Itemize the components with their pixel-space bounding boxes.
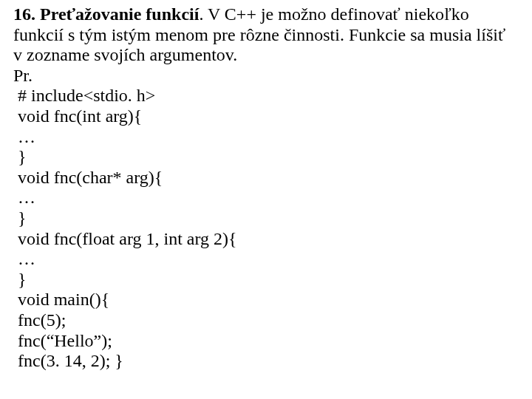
code-line: void fnc(char* arg){ xyxy=(13,168,519,188)
code-line: … xyxy=(13,127,519,148)
code-line: } xyxy=(13,208,519,229)
code-line: # include<stdio. h> xyxy=(13,86,519,106)
code-line: … xyxy=(13,249,519,270)
code-line: void fnc(float arg 1, int arg 2){ xyxy=(13,229,519,250)
code-line: } xyxy=(13,147,519,168)
code-line: fnc(5); xyxy=(13,310,519,331)
heading-title: Preťažovanie funkcií xyxy=(40,4,199,24)
code-line: } xyxy=(13,270,519,290)
code-line: … xyxy=(13,188,519,208)
example-label: Pr. xyxy=(13,66,519,86)
document-page: 16. Preťažovanie funkcií. V C++ je možno… xyxy=(0,0,532,372)
heading-number: 16. xyxy=(13,4,40,24)
code-line: void main(){ xyxy=(13,290,519,310)
code-line: void fnc(int arg){ xyxy=(13,106,519,127)
code-line: fnc(3. 14, 2); } xyxy=(13,351,519,372)
code-line: fnc(“Hello”); xyxy=(13,331,519,352)
intro-paragraph: 16. Preťažovanie funkcií. V C++ je možno… xyxy=(13,4,519,66)
